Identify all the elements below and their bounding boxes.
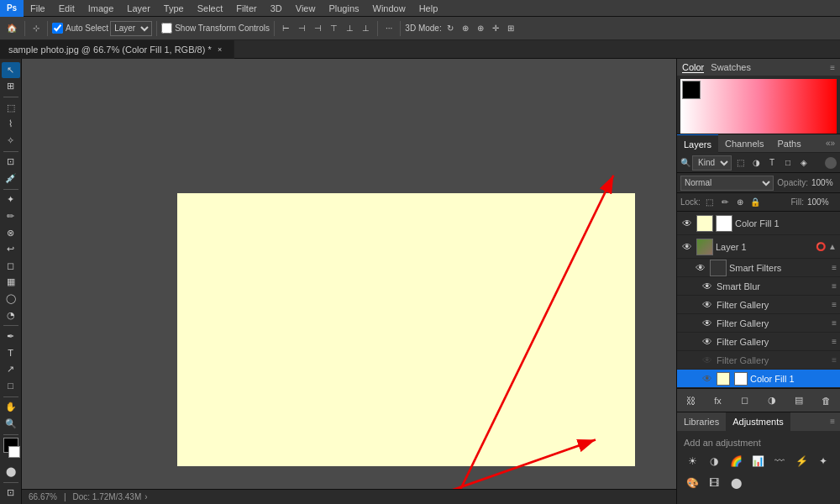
zoom-tool[interactable]: 🔍 — [2, 416, 20, 432]
adjustments-tab[interactable]: Adjustments — [726, 412, 790, 431]
filter-gallery-2-options[interactable]: ≡ — [832, 318, 837, 328]
menu-file[interactable]: File — [24, 0, 52, 17]
screen-mode-button[interactable]: ⊡ — [2, 485, 20, 501]
layer-effects-button[interactable]: fx — [709, 392, 726, 409]
filter-gallery-hidden-options[interactable]: ≡ — [832, 355, 837, 365]
layers-tab[interactable]: Layers — [677, 134, 718, 153]
gradient-tool[interactable]: ▦ — [2, 275, 20, 291]
menu-type[interactable]: Type — [157, 0, 191, 17]
layer-item-smart-filters[interactable]: 👁 Smart Filters ≡ — [677, 259, 840, 277]
paths-tab[interactable]: Paths — [771, 134, 808, 153]
tab-close-button[interactable]: × — [215, 45, 225, 55]
curves-icon[interactable]: 〰 — [771, 453, 788, 470]
color-balance-icon[interactable]: 🌈 — [727, 453, 744, 470]
exposure-icon[interactable]: ⚡ — [793, 453, 810, 470]
brush-tool[interactable]: ✏ — [2, 208, 20, 224]
layer-visibility-layer-1[interactable]: 👁 — [680, 240, 694, 254]
clone-stamp-tool[interactable]: ⊗ — [2, 225, 20, 241]
layer-visibility-filter-gallery-3[interactable]: 👁 — [701, 335, 714, 349]
menu-window[interactable]: Window — [366, 0, 412, 17]
shape-tool[interactable]: □ — [2, 378, 20, 394]
pen-tool[interactable]: ✒ — [2, 328, 20, 344]
menu-view[interactable]: View — [289, 0, 323, 17]
fill-value[interactable]: 100% — [807, 197, 837, 207]
hue-sat-icon[interactable]: 🎨 — [684, 475, 701, 491]
smart-blur-options[interactable]: ≡ — [832, 281, 837, 291]
channels-tab[interactable]: Channels — [718, 134, 770, 153]
blur-tool[interactable]: ◯ — [2, 291, 20, 307]
blend-mode-dropdown[interactable]: Normal — [680, 176, 774, 191]
transform-checkbox[interactable]: Show Transform Controls — [161, 23, 270, 34]
move-tool[interactable]: ↖ — [2, 62, 20, 78]
filter-smart-icon[interactable]: ◈ — [797, 156, 811, 170]
layer-item-filter-gallery-3[interactable]: 👁 Filter Gallery ≡ — [677, 333, 840, 351]
layer-expand-arrow[interactable]: ▲ — [828, 242, 837, 251]
filter-toggle[interactable] — [825, 157, 837, 169]
color-gradient[interactable] — [680, 79, 837, 134]
menu-image[interactable]: Image — [81, 0, 121, 17]
color-fg-swatch[interactable] — [682, 81, 701, 99]
filter-gallery-1-options[interactable]: ≡ — [832, 300, 837, 309]
background-color[interactable] — [8, 446, 20, 458]
3d-orbit-button[interactable]: ↻ — [444, 19, 457, 38]
smart-filters-options[interactable]: ≡ — [832, 263, 837, 272]
swatches-tab[interactable]: Swatches — [711, 62, 751, 73]
spot-heal-tool[interactable]: ✦ — [2, 192, 20, 208]
brightness-adjustment-icon[interactable]: ☀ — [684, 453, 701, 470]
layer-item-filter-gallery-hidden[interactable]: 👁 Filter Gallery ≡ — [677, 351, 840, 370]
levels-icon[interactable]: 📊 — [749, 453, 766, 470]
home-button[interactable]: 🏠 — [3, 19, 20, 38]
align-right-button[interactable]: ⊣ — [311, 19, 325, 38]
menu-edit[interactable]: Edit — [52, 0, 81, 17]
doc-info-arrow[interactable]: › — [144, 492, 147, 501]
type-tool[interactable]: T — [2, 345, 20, 361]
channel-mixer-icon[interactable]: ⬤ — [727, 475, 744, 491]
opacity-value[interactable]: 100% — [811, 178, 837, 187]
path-selection-tool[interactable]: ↗ — [2, 361, 20, 377]
3d-roll-button[interactable]: ⊕ — [474, 19, 487, 38]
align-center-button[interactable]: ⊣ — [295, 19, 309, 38]
menu-layer[interactable]: Layer — [120, 0, 157, 17]
history-brush-tool[interactable]: ↩ — [2, 241, 20, 257]
add-adjustment-button[interactable]: ◑ — [764, 392, 780, 409]
hand-tool[interactable]: ✋ — [2, 400, 20, 416]
menu-plugins[interactable]: Plugins — [322, 0, 365, 17]
align-bottom-button[interactable]: ⊥ — [359, 19, 373, 38]
document-tab[interactable]: sample photo.jpg @ 66.7% (Color Fill 1, … — [0, 40, 234, 59]
3d-slide-button[interactable]: ✛ — [489, 19, 502, 38]
filter-shape-icon[interactable]: □ — [781, 156, 795, 170]
layer-visibility-smart-filters[interactable]: 👁 — [694, 261, 707, 275]
layer-item-smart-blur[interactable]: 👁 Smart Blur ≡ — [677, 277, 840, 296]
libraries-tab[interactable]: Libraries — [677, 412, 726, 431]
fg-bg-colors[interactable] — [0, 438, 22, 463]
3d-pan-button[interactable]: ⊕ — [459, 19, 472, 38]
contrast-adjustment-icon[interactable]: ◑ — [706, 453, 722, 470]
filter-kind-dropdown[interactable]: Kind — [692, 155, 732, 171]
color-tab[interactable]: Color — [682, 62, 704, 73]
lock-image-icon[interactable]: ✏ — [719, 197, 731, 208]
more-options-button[interactable]: ··· — [382, 19, 396, 38]
color-panel-menu[interactable]: ≡ — [830, 63, 835, 72]
layer-item-layer-1[interactable]: 👁 Layer 1 ⭕ ▲ — [677, 235, 840, 259]
layer-visibility-smart-blur[interactable]: 👁 — [701, 280, 714, 293]
align-top-button[interactable]: ⊤ — [327, 19, 341, 38]
layer-visibility-filter-gallery-1[interactable]: 👁 — [701, 298, 714, 312]
align-middle-button[interactable]: ⊥ — [343, 19, 357, 38]
layer-visibility-color-fill-1[interactable]: 👁 — [680, 217, 694, 230]
add-mask-button[interactable]: ◻ — [737, 392, 753, 409]
layers-panel-collapse[interactable]: «» — [821, 134, 840, 153]
3d-scale-button[interactable]: ⊞ — [504, 19, 517, 38]
adj-panel-menu[interactable]: ≡ — [825, 412, 840, 431]
vibrance-icon[interactable]: ✦ — [815, 453, 832, 470]
lasso-tool[interactable]: ⌇ — [2, 117, 20, 133]
quick-mask-button[interactable]: ⬤ — [2, 464, 20, 480]
filter-pixel-icon[interactable]: ⬚ — [733, 156, 747, 170]
eraser-tool[interactable]: ◻ — [2, 258, 20, 274]
delete-layer-button[interactable]: 🗑 — [818, 392, 835, 409]
layer-visibility-color-fill-1b[interactable]: 👁 — [701, 372, 714, 386]
auto-select-checkbox[interactable]: Auto Select — [52, 23, 108, 34]
eyedropper-tool[interactable]: 💉 — [2, 171, 20, 186]
photo-filter-icon[interactable]: 🎞 — [706, 475, 722, 491]
layer-item-color-fill-1b[interactable]: 👁 Color Fill 1 — [677, 370, 840, 388]
menu-filter[interactable]: Filter — [229, 0, 263, 17]
